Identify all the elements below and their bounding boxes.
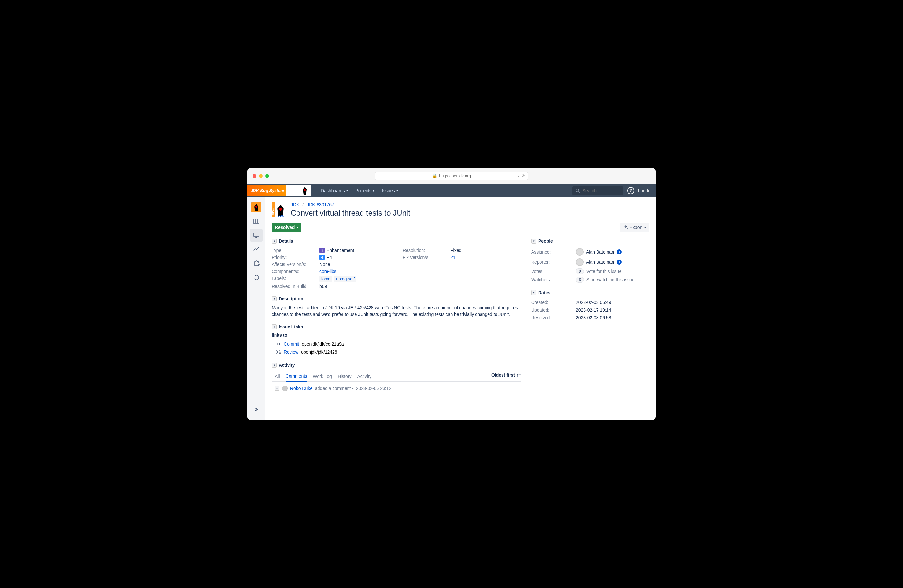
tab-activity[interactable]: Activity <box>357 371 371 381</box>
titlebar: 🔒 bugs.openjdk.org 🗛 ⟳ <box>247 168 656 184</box>
breadcrumb-issue-key[interactable]: JDK-8301767 <box>307 202 334 207</box>
svg-rect-5 <box>254 219 255 223</box>
people-module: ▾ People Assignee:Alan Batemani Reporter… <box>531 239 649 284</box>
dates-module: ▾ Dates Created:2023-02-03 05:49 Updated… <box>531 290 649 321</box>
sidebar-addons[interactable] <box>250 257 263 270</box>
chevron-down-icon: ▾ <box>373 189 374 192</box>
priority-value: P4 <box>327 255 332 260</box>
people-header[interactable]: ▾ People <box>531 239 649 244</box>
close-button[interactable] <box>253 174 256 178</box>
updated-value: 2023-02-17 19:14 <box>576 307 611 313</box>
chevron-down-icon: ▾ <box>297 226 298 229</box>
commit-icon <box>276 341 281 347</box>
nav-projects[interactable]: Projects▾ <box>352 186 378 196</box>
browser-window: 🔒 bugs.openjdk.org 🗛 ⟳ JDK Bug System Da… <box>247 168 656 420</box>
resolution-label: Resolution: <box>403 248 450 253</box>
votes-action[interactable]: Vote for this issue <box>586 269 622 274</box>
priority-icon: 4 <box>319 255 325 260</box>
svg-point-22 <box>279 353 281 354</box>
address-bar[interactable]: 🔒 bugs.openjdk.org 🗛 ⟳ <box>375 171 528 181</box>
watchers-action[interactable]: Start watching this issue <box>586 277 634 282</box>
affects-value: None <box>319 262 330 267</box>
logo[interactable]: JDK Bug System <box>247 184 311 197</box>
resolved-build-value: b09 <box>319 284 327 289</box>
export-icon <box>623 225 628 230</box>
chevron-down-icon: ▾ <box>272 239 277 244</box>
status-button[interactable]: Resolved ▾ <box>272 223 301 232</box>
translate-icon[interactable]: 🗛 <box>515 173 519 178</box>
help-icon[interactable]: ? <box>627 187 634 194</box>
zoom-button[interactable] <box>265 174 269 178</box>
chevron-down-icon: ▾ <box>531 290 536 295</box>
chevron-down-icon: ▾ <box>396 189 398 192</box>
tab-all[interactable]: All <box>275 371 280 381</box>
assignee-label: Assignee: <box>531 249 576 255</box>
created-label: Created: <box>531 300 576 305</box>
issue-links-header[interactable]: ▾ Issue Links <box>272 324 521 329</box>
fix-version-value[interactable]: 21 <box>450 255 456 260</box>
resolved-build-label: Resolved In Build: <box>272 284 319 289</box>
description-text: Many of the tests added in JDK 19 via JE… <box>272 305 521 318</box>
link-label[interactable]: Commit <box>284 341 299 347</box>
svg-marker-11 <box>254 275 259 280</box>
link-label[interactable]: Review <box>284 349 299 355</box>
logo-text: JDK Bug System <box>251 188 284 193</box>
svg-point-1 <box>576 189 579 191</box>
chevron-down-icon[interactable]: ▾ <box>275 386 279 391</box>
description-header[interactable]: ▾ Description <box>272 296 521 301</box>
component-value[interactable]: core-libs <box>319 269 337 274</box>
sidebar-expand[interactable] <box>250 405 263 415</box>
resolution-value: Fixed <box>450 248 461 253</box>
sidebar-board[interactable] <box>250 215 263 228</box>
navbar: JDK Bug System Dashboards▾ Projects▾ Iss… <box>247 184 656 197</box>
issue-title: Convert virtual thread tests to JUnit <box>291 209 411 217</box>
svg-rect-7 <box>258 219 259 223</box>
chevron-down-icon: ▾ <box>272 324 277 329</box>
board-icon <box>253 218 260 225</box>
search-input[interactable] <box>582 188 620 193</box>
comment-author[interactable]: Robo Duke <box>290 386 313 391</box>
duke-icon <box>301 186 309 195</box>
svg-rect-6 <box>256 219 257 223</box>
labels-label: Labels: <box>272 276 319 282</box>
dates-header[interactable]: ▾ Dates <box>531 290 649 295</box>
status-label: Resolved <box>275 225 295 230</box>
search-box[interactable] <box>573 186 623 195</box>
nav-dashboards[interactable]: Dashboards▾ <box>318 186 351 196</box>
type-label: Type: <box>272 248 319 253</box>
project-avatar-large[interactable]: OPENJDK <box>272 202 287 217</box>
chevron-down-icon: ▾ <box>644 226 646 229</box>
comment-date: 2023-02-06 23:12 <box>356 386 392 391</box>
affects-label: Affects Version/s: <box>272 262 319 267</box>
created-value: 2023-02-03 05:49 <box>576 300 611 305</box>
export-button[interactable]: Export ▾ <box>620 223 649 232</box>
breadcrumb: JDK / JDK-8301767 <box>291 202 411 207</box>
url-text: bugs.openjdk.org <box>439 173 471 178</box>
nav-issues[interactable]: Issues▾ <box>379 186 401 196</box>
info-icon[interactable]: i <box>617 249 622 255</box>
sidebar-project[interactable] <box>250 201 263 214</box>
reload-icon[interactable]: ⟳ <box>522 173 525 178</box>
svg-point-17 <box>278 343 280 345</box>
breadcrumb-project[interactable]: JDK <box>291 202 299 207</box>
reporter-value: Alan Bateman <box>586 259 614 265</box>
info-icon[interactable]: i <box>617 259 622 265</box>
chevron-down-icon: ▾ <box>346 189 348 192</box>
sidebar-issues[interactable] <box>250 229 263 242</box>
sort-control[interactable]: Oldest first ↑≡ <box>491 373 521 380</box>
tab-comments[interactable]: Comments <box>286 371 307 382</box>
sidebar-settings[interactable] <box>250 271 263 284</box>
monitor-icon <box>253 232 260 239</box>
tab-worklog[interactable]: Work Log <box>313 371 332 381</box>
label-tag[interactable]: noreg-self <box>334 276 357 282</box>
avatar-icon <box>576 248 584 256</box>
link-item: Review openjdk/jdk/12426 <box>276 348 521 356</box>
login-link[interactable]: Log In <box>638 188 650 193</box>
activity-module: ▾ Activity All Comments Work Log History… <box>272 363 521 391</box>
minimize-button[interactable] <box>259 174 263 178</box>
details-header[interactable]: ▾ Details <box>272 239 521 244</box>
tab-history[interactable]: History <box>338 371 352 381</box>
sidebar-reports[interactable] <box>250 243 263 256</box>
label-tag[interactable]: loom <box>319 276 332 282</box>
activity-header[interactable]: ▾ Activity <box>272 363 521 368</box>
